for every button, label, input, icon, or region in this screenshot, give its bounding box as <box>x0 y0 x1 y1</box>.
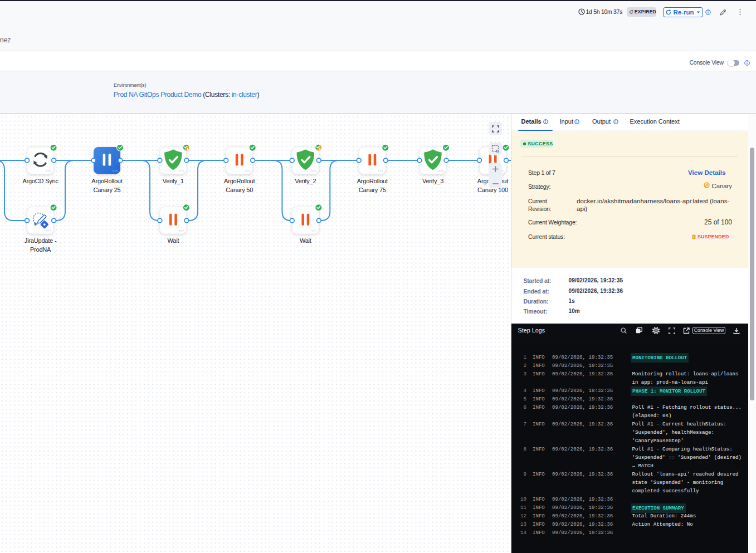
svg-text:</>: </> <box>46 169 51 173</box>
svg-text:Wait: Wait <box>300 237 311 244</box>
svg-text:ArgoRollout: ArgoRollout <box>91 178 122 184</box>
svg-text:ArgoRollout: ArgoRollout <box>357 178 388 184</box>
svg-text:</>: </> <box>245 169 250 173</box>
svg-text:</>: </> <box>113 169 118 173</box>
svg-text:Canary 25: Canary 25 <box>94 187 121 193</box>
svg-text:ArgoCD Sync: ArgoCD Sync <box>22 178 58 184</box>
svg-text:Canary 50: Canary 50 <box>226 187 253 193</box>
svg-text:Verify_1: Verify_1 <box>163 178 184 184</box>
svg-text:Wait: Wait <box>168 237 179 244</box>
svg-text:Canary 75: Canary 75 <box>359 187 386 193</box>
svg-text:</>: </> <box>46 229 51 233</box>
svg-text:ProdNA: ProdNA <box>30 246 51 253</box>
svg-text:ArgoRollout: ArgoRollout <box>224 178 255 184</box>
svg-text:Verify_3: Verify_3 <box>422 178 443 184</box>
svg-text:</>: </> <box>311 169 316 173</box>
svg-text:</>: </> <box>178 229 184 233</box>
svg-text:</>: </> <box>438 169 444 173</box>
svg-text:</>: </> <box>311 229 316 233</box>
svg-text:JiraUpdate -: JiraUpdate - <box>25 237 57 244</box>
svg-text:</>: </> <box>178 169 184 173</box>
svg-text:</>: </> <box>378 169 383 173</box>
svg-text:Verify_2: Verify_2 <box>295 178 316 184</box>
